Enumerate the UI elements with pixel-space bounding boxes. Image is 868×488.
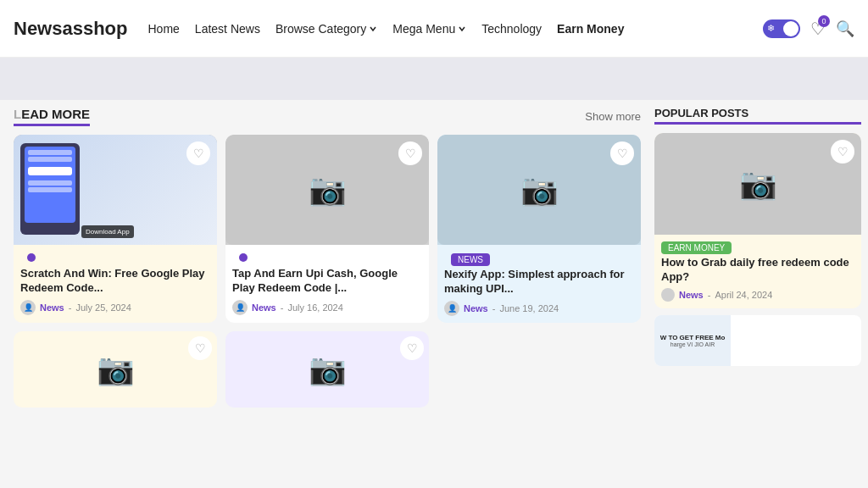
card-badge-3: NEWS <box>451 253 490 266</box>
popular-author-avatar <box>661 288 675 302</box>
wishlist-card-2[interactable]: ♡ <box>398 141 422 165</box>
nav-latest-news[interactable]: Latest News <box>195 22 260 36</box>
card-separator-1: - <box>69 302 72 313</box>
card-meta-2: 👤 News - July 16, 2024 <box>232 300 422 315</box>
camera-placeholder-2: 📷 <box>309 172 347 208</box>
main-nav: Home Latest News Browse Category Mega Me… <box>148 22 764 36</box>
screen-line <box>28 187 72 192</box>
card-separator-2: - <box>281 302 284 313</box>
card-image-2: 📷 ♡ <box>225 135 429 245</box>
camera-placeholder-3: 📷 <box>520 172 559 208</box>
wishlist-bottom-2[interactable]: ♡ <box>400 336 424 360</box>
card-date-2: July 16, 2024 <box>287 302 342 313</box>
card-date-3: June 19, 2024 <box>499 303 559 313</box>
bottom-card-2: ♡ 📷 <box>225 331 429 408</box>
card-text-overlay: Download App <box>81 225 134 238</box>
screen-line <box>28 180 72 186</box>
section-header: LEAD MORE Show more <box>14 107 641 126</box>
main-content: LEAD MORE Show more <box>0 100 868 488</box>
card-body-1: Scratch And Win: Free Google Play Redeem… <box>14 245 217 322</box>
popular-card-1: 📷 ♡ EARN MONEY How to Grab daily free re… <box>654 133 861 308</box>
section-title: LEAD MORE <box>14 107 90 126</box>
phone-mockup <box>20 143 80 235</box>
show-more-link[interactable]: Show more <box>585 110 641 123</box>
article-card-1: Download App ♡ Scratch And Win: Free Goo… <box>14 135 217 323</box>
card-title-2: Tap And Earn Upi Cash, Google Play Redee… <box>232 267 422 296</box>
camera-popular: 📷 <box>739 166 777 202</box>
snowflake-icon: ❄ <box>767 23 775 34</box>
phone-screen <box>25 147 75 223</box>
bottom-card-1: ♡ 📷 <box>14 331 217 408</box>
card-category-1[interactable]: News <box>40 302 64 313</box>
card-image-3: 📷 ♡ <box>437 135 641 245</box>
nav-browse-category[interactable]: Browse Category <box>275 22 377 36</box>
author-avatar-2: 👤 <box>232 300 248 315</box>
card-title-3: Nexify App: Simplest approach for making… <box>444 268 634 297</box>
toggle-circle <box>783 21 798 36</box>
small-card-text2: harge VI JIO AIR <box>670 341 715 347</box>
popular-card-img: 📷 ♡ <box>654 133 861 235</box>
nav-technology[interactable]: Technology <box>481 22 542 36</box>
popular-date: April 24, 2024 <box>715 290 772 300</box>
sidebar-small-img: W TO GET FREE Mo harge VI JIO AIR <box>654 315 731 366</box>
popular-separator: - <box>708 290 711 300</box>
article-card-2: 📷 ♡ Tap And Earn Upi Cash, Google Play R… <box>225 135 429 323</box>
camera-bottom-1: 📷 <box>97 352 135 387</box>
search-button[interactable]: 🔍 <box>836 19 854 38</box>
wishlist-button[interactable]: ♡ 0 <box>810 19 826 39</box>
popular-card-title: How to Grab daily free redeem code App? <box>661 256 854 285</box>
card-category-2[interactable]: News <box>252 302 276 313</box>
card-body-3: NEWS Nexify App: Simplest approach for m… <box>437 245 641 323</box>
site-logo: Newsasshop <box>14 18 128 40</box>
card-body-2: Tap And Earn Upi Cash, Google Play Redee… <box>225 245 429 322</box>
wishlist-popular-1[interactable]: ♡ <box>831 140 854 164</box>
bottom-cards-row: ♡ 📷 ♡ 📷 <box>14 331 641 408</box>
screen-line <box>28 157 72 162</box>
camera-bottom-2: 📷 <box>309 352 347 387</box>
card-image-1: Download App ♡ <box>14 135 217 245</box>
author-avatar-1: 👤 <box>20 300 36 315</box>
card-meta-3: 👤 News - June 19, 2024 <box>444 301 634 316</box>
wishlist-card-1[interactable]: ♡ <box>186 141 210 165</box>
sidebar-small-img-inner: W TO GET FREE Mo harge VI JIO AIR <box>654 315 731 366</box>
card-date-1: July 25, 2024 <box>75 302 131 313</box>
main-articles: LEAD MORE Show more <box>7 100 648 488</box>
header: Newsasshop Home Latest News Browse Categ… <box>0 0 868 58</box>
wishlist-card-3[interactable]: ♡ <box>610 141 634 165</box>
article-card-3: 📷 ♡ NEWS Nexify App: Simplest approach f… <box>437 135 641 323</box>
nav-earn-money[interactable]: Earn Money <box>557 22 624 36</box>
sidebar-title: POPULAR POSTS <box>654 107 861 125</box>
card-separator-3: - <box>492 303 496 313</box>
card-dot-badge-1 <box>27 253 36 262</box>
card-meta-1: 👤 News - July 25, 2024 <box>20 300 210 315</box>
popular-category[interactable]: News <box>679 290 704 300</box>
popular-card-badge: EARN MONEY <box>661 241 732 254</box>
card-category-3[interactable]: News <box>464 303 488 313</box>
author-avatar-3: 👤 <box>444 301 459 316</box>
screen-line <box>28 150 72 155</box>
cards-grid: Download App ♡ Scratch And Win: Free Goo… <box>14 135 641 323</box>
card-title-1: Scratch And Win: Free Google Play Redeem… <box>20 267 210 296</box>
small-card-text: W TO GET FREE Mo <box>660 334 726 341</box>
wishlist-badge: 0 <box>818 15 830 27</box>
popular-card-body: EARN MONEY How to Grab daily free redeem… <box>654 235 861 308</box>
nav-mega-menu[interactable]: Mega Menu <box>392 22 466 36</box>
card-dot-badge-2 <box>239 253 248 262</box>
ad-banner <box>0 58 868 100</box>
nav-home[interactable]: Home <box>148 22 180 36</box>
header-actions: ❄ ♡ 0 🔍 <box>763 19 854 39</box>
wishlist-bottom-1[interactable]: ♡ <box>188 336 212 360</box>
sidebar-small-card: W TO GET FREE Mo harge VI JIO AIR <box>654 315 861 366</box>
popular-card-meta: News - April 24, 2024 <box>661 288 854 302</box>
right-sidebar: POPULAR POSTS 📷 ♡ EARN MONEY How to Grab… <box>648 100 868 488</box>
theme-toggle[interactable]: ❄ <box>763 19 800 38</box>
screen-btn <box>28 167 72 175</box>
